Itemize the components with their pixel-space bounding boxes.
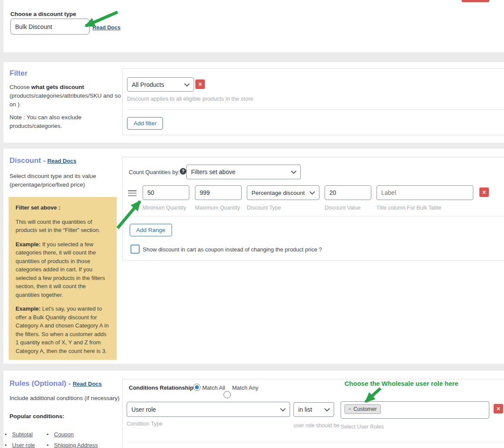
- filter-desc-bold: what gets discount: [31, 84, 84, 90]
- list-item: Subtotal: [5, 430, 33, 438]
- filter-desc-prefix: Choose: [10, 84, 31, 90]
- discount-type-read-docs-link[interactable]: Read Docs: [93, 25, 121, 31]
- match-all-radio[interactable]: [193, 384, 201, 391]
- discount-panel: Count Quantities by: ? Filters set above…: [122, 157, 504, 261]
- match-any-label: Match Any: [232, 384, 258, 391]
- coupon-checkbox-label: Show discount in cart as coupon instead …: [143, 246, 322, 253]
- discount-description: Select discount type and its value (perc…: [10, 172, 121, 189]
- role-tag-label: Customer: [353, 406, 376, 412]
- filter-helper-text: Discount applies to all eligible product…: [127, 95, 253, 102]
- user-roles-label: Select User Roles: [341, 424, 384, 430]
- discount-type-select-value: Bulk Discount: [15, 23, 52, 30]
- minimum-quantity-label: Minimum Quantity: [143, 205, 186, 211]
- info-box-p3: Example: Let’s say, you wanted to offer …: [16, 305, 110, 355]
- filter-panel: All Products × Discount applies to all e…: [122, 68, 504, 135]
- conditions-relationship-label: Conditions Relationship: [129, 384, 194, 391]
- discount-type-select[interactable]: Bulk Discount: [10, 19, 89, 35]
- discount-type-range-select[interactable]: Percentage discount: [247, 185, 319, 200]
- popular-conditions-label: Popular conditions:: [10, 413, 64, 419]
- popular-condition-user-role-link[interactable]: User role: [12, 442, 35, 448]
- wholesale-annotation-text: Choose the Wholesale user role here: [345, 380, 458, 387]
- match-all-label: Match All: [202, 384, 225, 391]
- list-item: User role: [5, 441, 35, 448]
- remove-condition-button[interactable]: ×: [494, 404, 503, 413]
- rules-panel: Conditions Relationship Match All Match …: [122, 379, 504, 448]
- rules-description: Include additional conditions (if necess…: [10, 394, 121, 403]
- match-any-radio[interactable]: [223, 391, 231, 398]
- discount-read-docs-link[interactable]: Read Docs: [48, 158, 77, 164]
- count-quantities-label: Count Quantities by:: [129, 169, 180, 175]
- divider: [127, 109, 504, 110]
- info-box-title: Filter set above :: [16, 203, 110, 212]
- maximum-quantity-label: Maximum Quantity: [195, 205, 240, 211]
- bulk-table-title-label: Title column For Bulk Table: [376, 205, 441, 211]
- rules-read-docs-link[interactable]: Read Docs: [73, 381, 102, 387]
- info-box-p3-text: Let’s say, you wanted to offer a Bulk Qu…: [16, 305, 108, 354]
- chevron-down-icon: [324, 406, 330, 412]
- role-tag-customer[interactable]: × Customer: [345, 404, 381, 414]
- bulk-table-title-input[interactable]: [376, 185, 473, 200]
- close-icon: ×: [482, 189, 486, 196]
- info-box-p1: This will count the quantities of produc…: [16, 218, 110, 235]
- condition-type-select[interactable]: User role: [127, 402, 290, 417]
- popular-condition-subtotal-link[interactable]: Subtotal: [12, 431, 33, 438]
- tag-remove-icon[interactable]: ×: [348, 407, 351, 412]
- discount-type-range-label: Discount Type: [247, 205, 281, 211]
- condition-type-select-value: User role: [131, 406, 156, 413]
- count-quantities-select[interactable]: Filters set above: [186, 165, 301, 179]
- filter-product-select[interactable]: All Products: [127, 77, 194, 92]
- discount-type-label: Choose a discount type: [10, 11, 76, 17]
- remove-range-button[interactable]: ×: [479, 187, 489, 197]
- chevron-down-icon: [280, 406, 286, 411]
- remove-filter-button[interactable]: ×: [195, 79, 205, 89]
- filter-desc-suffix: (products/categories/attributes/SKU and …: [10, 92, 121, 108]
- discount-heading-row: Discount - Read Docs: [10, 156, 77, 165]
- discount-value-input[interactable]: [325, 185, 371, 200]
- discount-value-label: Discount Value: [325, 205, 360, 211]
- info-box-p2: Example: If you selected a few categorie…: [16, 240, 110, 299]
- chevron-down-icon: [184, 81, 190, 86]
- coupon-checkbox[interactable]: [131, 245, 140, 254]
- discount-heading: Discount -: [10, 156, 45, 165]
- drag-handle-icon[interactable]: [128, 190, 137, 196]
- rules-heading-row: Rules (Optional) - Read Docs: [10, 379, 102, 388]
- add-filter-button[interactable]: Add filter: [127, 117, 163, 130]
- rules-heading: Rules (Optional) -: [10, 379, 71, 388]
- help-icon[interactable]: ?: [180, 168, 186, 175]
- user-roles-multiselect[interactable]: × Customer: [341, 401, 489, 419]
- filter-product-select-value: All Products: [132, 81, 164, 88]
- save-button-partial[interactable]: [462, 0, 489, 2]
- close-icon: ×: [198, 81, 202, 88]
- maximum-quantity-input[interactable]: [195, 185, 242, 200]
- discount-type-range-select-value: Percentage discount: [252, 190, 305, 196]
- discount-info-box: Filter set above : This will count the q…: [9, 197, 117, 360]
- list-item: Shipping Address: [47, 441, 98, 448]
- divider: [127, 442, 504, 442]
- condition-type-label: Condition Type: [127, 421, 163, 427]
- count-quantities-select-value: Filters set above: [191, 168, 236, 175]
- operator-select-value: in list: [298, 406, 312, 413]
- info-box-p2-bold: Example:: [16, 241, 41, 248]
- info-box-p2-text: If you selected a few categories there, …: [16, 241, 105, 298]
- popular-condition-shipping-address-link[interactable]: Shipping Address: [54, 442, 98, 448]
- chevron-down-icon: [309, 189, 315, 195]
- filter-heading: Filter: [10, 69, 28, 78]
- popular-condition-coupon-link[interactable]: Coupon: [54, 431, 74, 438]
- filter-description: Choose what gets discount (products/cate…: [10, 83, 121, 109]
- close-icon: ×: [497, 405, 500, 412]
- chevron-down-icon: [291, 168, 297, 174]
- minimum-quantity-input[interactable]: [143, 185, 189, 200]
- info-box-p3-bold: Example:: [16, 305, 41, 312]
- divider: [123, 216, 504, 216]
- list-item: Coupon: [47, 430, 74, 438]
- add-range-button[interactable]: Add Range: [130, 224, 172, 236]
- operator-label: user role should be: [293, 423, 339, 429]
- operator-select[interactable]: in list: [293, 402, 334, 417]
- filter-note: Note : You can also exclude products/cat…: [10, 113, 121, 130]
